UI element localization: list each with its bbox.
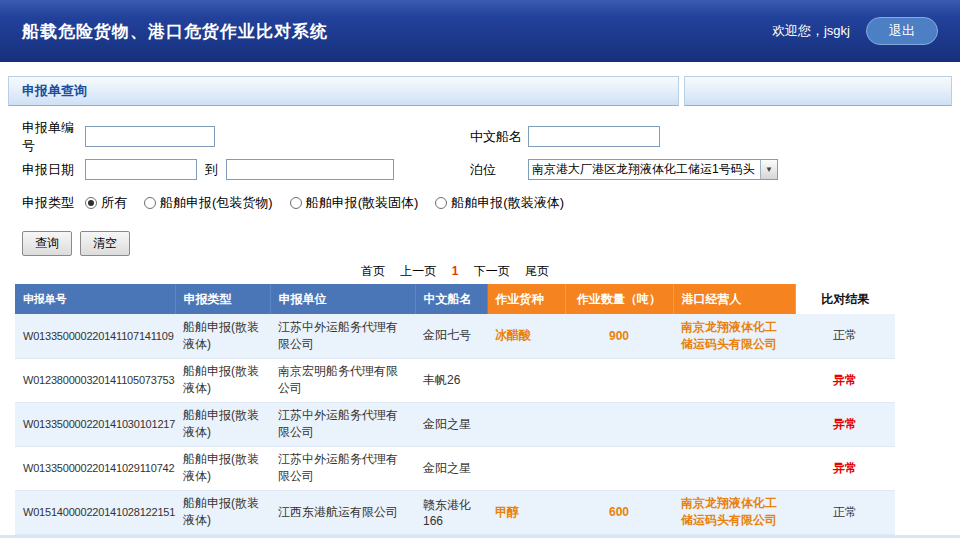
cell-port_operator: 南京龙翔液体化工储运码头有限公司 (673, 490, 795, 534)
berth-select[interactable]: 南京港大厂港区龙翔液体化工储运1号码头 ▼ (528, 159, 778, 180)
berth-label: 泊位 (470, 161, 528, 179)
header-decl-unit: 申报单位 (270, 284, 415, 314)
pagination-first[interactable]: 首页 (361, 264, 385, 278)
header-right: 欢迎您，jsgkj 退出 (772, 17, 938, 45)
radio-label: 船舶申报(散装液体) (451, 194, 564, 212)
table-row: W015140000220141028122151船舶申报(散装液体)江西东港航… (15, 490, 895, 534)
bottom-strip (0, 535, 960, 538)
cell-result: 正常 (795, 490, 895, 534)
table-row: W013350000220141030101217船舶申报(散装液体)江苏中外运… (15, 402, 895, 446)
section-bar-left: 申报单查询 (8, 76, 679, 106)
cell-cargo_type (487, 402, 565, 446)
table-body: W013350000220141107141109船舶申报(散装液体)江苏中外运… (15, 314, 895, 534)
cell-cargo_type (487, 358, 565, 402)
pagination-next[interactable]: 下一页 (474, 264, 510, 278)
radio-label: 船舶申报(散装固体) (306, 194, 419, 212)
cell-port_operator (673, 446, 795, 490)
radio-label: 船舶申报(包装货物) (160, 194, 273, 212)
header-quantity: 作业数量（吨） (565, 284, 673, 314)
pagination-prev[interactable]: 上一页 (400, 264, 436, 278)
form-row-1-right: 中文船名 (470, 126, 660, 147)
clear-button[interactable]: 清空 (80, 231, 130, 256)
cell-ship_name: 赣东港化166 (415, 490, 487, 534)
decl-no-input[interactable] (85, 126, 215, 147)
cell-decl_type: 船舶申报(散装液体) (175, 314, 270, 358)
ship-name-input[interactable] (528, 126, 660, 147)
radio-icon[interactable] (85, 197, 97, 209)
radio-icon[interactable] (435, 197, 447, 209)
cell-decl_type: 船舶申报(散装液体) (175, 490, 270, 534)
cell-result: 异常 (795, 446, 895, 490)
date-from-input[interactable] (85, 159, 197, 180)
date-label: 申报日期 (22, 161, 85, 179)
pagination-current-page: 1 (452, 264, 459, 278)
decl-no-label: 申报单编号 (22, 119, 85, 155)
cell-ship_name: 丰帆26 (415, 358, 487, 402)
cell-ship_name: 金阳之星 (415, 446, 487, 490)
radio-bulk-solid[interactable]: 船舶申报(散装固体) (290, 194, 419, 212)
app-header: 船载危险货物、港口危货作业比对系统 欢迎您，jsgkj 退出 (0, 0, 960, 62)
cell-port_operator (673, 358, 795, 402)
cell-port_operator: 南京龙翔液体化工储运码头有限公司 (673, 314, 795, 358)
cell-ship_name: 金阳七号 (415, 314, 487, 358)
logout-button[interactable]: 退出 (866, 17, 938, 45)
cell-decl_unit: 江苏中外运船务代理有限公司 (270, 402, 415, 446)
cell-decl_type: 船舶申报(散装液体) (175, 446, 270, 490)
table-row: W012380000320141105073753船舶申报(散装液体)南京宏明船… (15, 358, 895, 402)
radio-icon[interactable] (144, 197, 156, 209)
cell-cargo_type (487, 446, 565, 490)
cell-decl_type: 船舶申报(散装液体) (175, 358, 270, 402)
query-button[interactable]: 查询 (22, 231, 72, 256)
ship-name-label: 中文船名 (470, 128, 528, 146)
radio-packaged[interactable]: 船舶申报(包装货物) (144, 194, 273, 212)
section-bar-right (684, 76, 952, 106)
table-header: 申报单号 申报类型 申报单位 中文船名 作业货种 作业数量（吨） 港口经营人 比… (15, 284, 895, 314)
cell-decl_unit: 江西东港航运有限公司 (270, 490, 415, 534)
cell-decl_unit: 江苏中外运船务代理有限公司 (270, 314, 415, 358)
header-result: 比对结果 (795, 284, 895, 314)
form-row-1: 申报单编号 中文船名 (22, 120, 960, 153)
cell-quantity (565, 358, 673, 402)
cell-cargo_type: 甲醇 (487, 490, 565, 534)
decl-type-label: 申报类型 (22, 194, 85, 212)
app-title: 船载危险货物、港口危货作业比对系统 (22, 20, 328, 43)
cell-result: 异常 (795, 358, 895, 402)
date-to-input[interactable] (226, 159, 394, 180)
pagination-last[interactable]: 尾页 (525, 264, 549, 278)
cell-cargo_type: 冰醋酸 (487, 314, 565, 358)
radio-all[interactable]: 所有 (85, 194, 127, 212)
radio-label: 所有 (101, 194, 127, 212)
cell-result: 正常 (795, 314, 895, 358)
header-decl-no: 申报单号 (15, 284, 175, 314)
table-row: W013350000220141107141109船舶申报(散装液体)江苏中外运… (15, 314, 895, 358)
form-row-2: 申报日期 到 泊位 南京港大厂港区龙翔液体化工储运1号码头 ▼ (22, 153, 960, 186)
cell-decl_no: W015140000220141028122151 (15, 490, 175, 534)
cell-decl_type: 船舶申报(散装液体) (175, 402, 270, 446)
cell-decl_unit: 江苏中外运船务代理有限公司 (270, 446, 415, 490)
cell-result: 异常 (795, 402, 895, 446)
form-buttons: 查询 清空 (22, 231, 960, 256)
table-row: W013350000220141029110742船舶申报(散装液体)江苏中外运… (15, 446, 895, 490)
decl-type-radio-group: 所有 船舶申报(包装货物) 船舶申报(散装固体) 船舶申报(散装液体) (85, 194, 564, 212)
radio-bulk-liquid[interactable]: 船舶申报(散装液体) (435, 194, 564, 212)
section-bar: 申报单查询 (8, 76, 952, 106)
cell-quantity: 900 (565, 314, 673, 358)
cell-decl_no: W013350000220141030101217 (15, 402, 175, 446)
header-decl-type: 申报类型 (175, 284, 270, 314)
berth-select-value: 南京港大厂港区龙翔液体化工储运1号码头 (529, 161, 760, 178)
welcome-text: 欢迎您，jsgkj (772, 22, 850, 40)
cell-ship_name: 金阳之星 (415, 402, 487, 446)
cell-decl_no: W013350000220141029110742 (15, 446, 175, 490)
page-title: 申报单查询 (22, 82, 87, 100)
form-row-2-right: 泊位 南京港大厂港区龙翔液体化工储运1号码头 ▼ (470, 159, 778, 180)
query-form: 申报单编号 中文船名 申报日期 到 泊位 南京港大厂港区龙翔液体化工储运1号码头… (0, 106, 960, 256)
results-table: 申报单号 申报类型 申报单位 中文船名 作业货种 作业数量（吨） 港口经营人 比… (15, 284, 895, 535)
header-ship-name: 中文船名 (415, 284, 487, 314)
pagination: 首页 上一页 1 下一页 尾页 (15, 263, 895, 280)
radio-icon[interactable] (290, 197, 302, 209)
chevron-down-icon[interactable]: ▼ (760, 160, 777, 179)
cell-port_operator (673, 402, 795, 446)
form-row-3: 申报类型 所有 船舶申报(包装货物) 船舶申报(散装固体) 船舶申报(散装液体) (22, 186, 960, 219)
cell-quantity (565, 402, 673, 446)
cell-decl_unit: 南京宏明船务代理有限公司 (270, 358, 415, 402)
